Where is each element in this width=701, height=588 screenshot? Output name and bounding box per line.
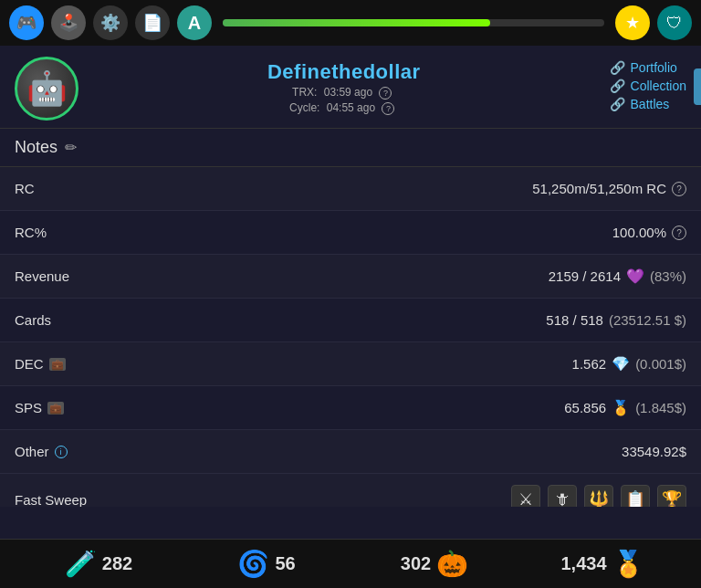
username: Definethedollar bbox=[78, 60, 610, 84]
cards-value: 518 / 518 (23512.51 $) bbox=[546, 312, 686, 328]
fast-sweep-row: Fast Sweep ⚔ 🗡 🔱 📋 🏆 bbox=[0, 474, 701, 507]
progress-bar-container bbox=[223, 19, 604, 26]
portfolio-link[interactable]: 🔗 Portfolio bbox=[610, 60, 677, 75]
cards-dollar: (23512.51 $) bbox=[609, 312, 686, 328]
battles-link-label: Battles bbox=[631, 97, 670, 111]
other-text: Other bbox=[15, 444, 49, 459]
dec-row: DEC 💼 1.562 💎 (0.001$) bbox=[0, 342, 701, 386]
avatar-container: 🤖 bbox=[15, 57, 78, 121]
dec-text: DEC bbox=[15, 356, 44, 372]
swirl-value: 56 bbox=[275, 553, 295, 574]
portfolio-link-icon: 🔗 bbox=[610, 60, 625, 75]
other-value: 33549.92$ bbox=[622, 444, 686, 459]
revenue-row: Revenue 2159 / 2614 💜 (83%) bbox=[0, 255, 701, 299]
potion-value: 282 bbox=[102, 553, 132, 574]
other-info-icon[interactable]: i bbox=[55, 446, 68, 458]
controller-nav-button[interactable]: 🕹️ bbox=[51, 5, 86, 40]
rc-percent-label: RC% bbox=[15, 225, 124, 240]
shield-nav-button[interactable]: 🛡 bbox=[657, 5, 692, 40]
bottom-stat-potion: 🧪 282 bbox=[15, 549, 183, 579]
swirl-icon: 🌀 bbox=[237, 549, 269, 579]
star-nav-button[interactable]: ★ bbox=[615, 5, 650, 40]
cycle-time: 04:55 ago bbox=[327, 101, 375, 114]
trx-label: TRX: bbox=[292, 86, 317, 99]
sps-value: 65.856 🏅 (1.845$) bbox=[564, 399, 686, 416]
portfolio-link-label: Portfolio bbox=[631, 60, 677, 75]
game-nav-button[interactable]: 🎮 bbox=[9, 5, 44, 40]
battles-link-icon: 🔗 bbox=[610, 97, 625, 111]
dec-dollar: (0.001$) bbox=[635, 356, 686, 372]
collection-link-icon: 🔗 bbox=[610, 79, 625, 93]
other-label: Other i bbox=[15, 444, 124, 459]
rc-percent-amount: 100.00% bbox=[612, 225, 666, 240]
pumpkin-icon: 🎃 bbox=[436, 549, 468, 579]
cycle-info-icon[interactable]: ? bbox=[382, 102, 394, 115]
sweep-icon-dagger[interactable]: 🗡 bbox=[548, 485, 577, 507]
rc-percent-help-icon[interactable]: ? bbox=[672, 226, 686, 240]
sps-wallet-icon: 💼 bbox=[47, 402, 64, 415]
dec-value: 1.562 💎 (0.001$) bbox=[572, 355, 686, 373]
top-navigation: 🎮 🕹️ ⚙️ 📄 A ★ 🛡 bbox=[0, 0, 701, 46]
rc-amount: 51,250m/51,250m RC bbox=[532, 181, 666, 196]
dec-label: DEC 💼 bbox=[15, 356, 124, 372]
notes-edit-icon[interactable]: ✏ bbox=[65, 139, 77, 156]
sps-medal-icon: 🏅 bbox=[612, 399, 630, 416]
stats-container: RC 51,250m/51,250m RC ? RC% 100.00% ? Re… bbox=[0, 167, 701, 507]
battles-link[interactable]: 🔗 Battles bbox=[610, 97, 670, 111]
fast-sweep-label: Fast Sweep bbox=[15, 492, 87, 508]
cards-row: Cards 518 / 518 (23512.51 $) bbox=[0, 299, 701, 342]
other-row: Other i 33549.92$ bbox=[0, 430, 701, 474]
collection-link-label: Collection bbox=[631, 79, 686, 93]
sps-amount: 65.856 bbox=[564, 400, 606, 415]
avatar-image: 🤖 bbox=[26, 69, 68, 108]
bottom-stat-pumpkin: 302 🎃 bbox=[350, 549, 518, 579]
medal-value: 1,434 bbox=[560, 553, 606, 574]
fast-sweep-icons: ⚔ 🗡 🔱 📋 🏆 bbox=[511, 485, 686, 507]
bottom-stat-swirl: 🌀 56 bbox=[183, 549, 350, 579]
sweep-icon-sword[interactable]: ⚔ bbox=[511, 485, 540, 507]
notes-label: Notes bbox=[15, 138, 58, 157]
revenue-percent: (83%) bbox=[650, 268, 686, 284]
sweep-icon-trophy[interactable]: 🏆 bbox=[657, 485, 686, 507]
cycle-label: Cycle: bbox=[289, 101, 319, 114]
profile-links: 🔗 Portfolio 🔗 Collection 🔗 Battles bbox=[610, 57, 686, 111]
trx-info-icon[interactable]: ? bbox=[379, 87, 392, 100]
medal-icon: 🏅 bbox=[612, 549, 644, 579]
rc-percent-value: 100.00% ? bbox=[612, 225, 686, 240]
profile-section: 🤖 Definethedollar TRX: 03:59 ago ? Cycle… bbox=[0, 46, 701, 129]
dec-gem-icon: 💎 bbox=[612, 355, 630, 373]
letter-a-nav-button[interactable]: A bbox=[177, 5, 212, 40]
document-nav-button[interactable]: 📄 bbox=[135, 5, 170, 40]
stats-scrollable: RC 51,250m/51,250m RC ? RC% 100.00% ? Re… bbox=[0, 167, 701, 507]
rc-value: 51,250m/51,250m RC ? bbox=[532, 181, 686, 196]
notes-bar: Notes ✏ bbox=[0, 129, 701, 167]
cards-label: Cards bbox=[15, 312, 124, 328]
rc-label: RC bbox=[15, 181, 124, 196]
profile-info: Definethedollar TRX: 03:59 ago ? Cycle: … bbox=[78, 57, 610, 115]
revenue-label: Revenue bbox=[15, 268, 124, 284]
rc-help-icon[interactable]: ? bbox=[672, 182, 686, 196]
rc-row: RC 51,250m/51,250m RC ? bbox=[0, 167, 701, 211]
dec-wallet-icon: 💼 bbox=[49, 358, 66, 371]
rc-percent-row: RC% 100.00% ? bbox=[0, 211, 701, 255]
sweep-icon-clipboard[interactable]: 📋 bbox=[621, 485, 650, 507]
revenue-value: 2159 / 2614 💜 (83%) bbox=[549, 268, 686, 285]
avatar: 🤖 bbox=[15, 57, 78, 121]
other-amount: 33549.92$ bbox=[622, 444, 686, 459]
sps-row: SPS 💼 65.856 🏅 (1.845$) bbox=[0, 386, 701, 430]
collection-link[interactable]: 🔗 Collection bbox=[610, 79, 686, 93]
sps-dollar: (1.845$) bbox=[635, 400, 686, 415]
bottom-stat-medal: 1,434 🏅 bbox=[518, 549, 686, 579]
trx-time: 03:59 ago bbox=[324, 86, 372, 99]
dec-amount: 1.562 bbox=[572, 356, 607, 372]
potion-icon: 🧪 bbox=[65, 549, 97, 579]
cycle-info: Cycle: 04:55 ago ? bbox=[78, 101, 610, 115]
sps-text: SPS bbox=[15, 400, 42, 415]
sweep-icon-trident[interactable]: 🔱 bbox=[584, 485, 613, 507]
settings-nav-button[interactable]: ⚙️ bbox=[93, 5, 128, 40]
scroll-indicator bbox=[694, 68, 701, 105]
revenue-amount: 2159 / 2614 bbox=[549, 268, 621, 284]
pumpkin-value: 302 bbox=[401, 553, 431, 574]
sps-label: SPS 💼 bbox=[15, 400, 124, 415]
revenue-icon: 💜 bbox=[626, 268, 644, 285]
